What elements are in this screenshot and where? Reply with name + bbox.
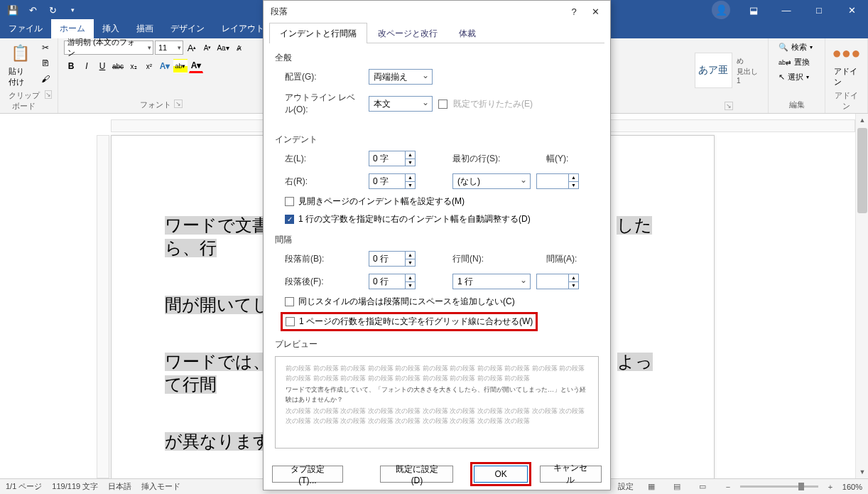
zoom-level[interactable]: 160%: [842, 483, 862, 491]
no-space-same-style-label: 同じスタイルの場合は段落間にスペースを追加しない(C): [298, 296, 515, 308]
tab-file[interactable]: ファイル: [0, 19, 51, 38]
scroll-up-icon[interactable]: ▲: [856, 114, 868, 127]
subscript-button[interactable]: x₂: [126, 59, 141, 73]
save-icon[interactable]: 💾: [4, 1, 21, 18]
tabs-button[interactable]: タブ設定(T)...: [272, 466, 343, 483]
change-case-icon[interactable]: Aa▾: [216, 41, 230, 55]
grow-font-icon[interactable]: A▴: [185, 41, 199, 55]
status-track[interactable]: 設定: [618, 481, 634, 492]
set-default-button[interactable]: 既定に設定(D): [380, 466, 453, 483]
clipboard-dialog-launcher-icon[interactable]: ↘: [45, 90, 52, 99]
cancel-button[interactable]: キャンセル: [540, 466, 602, 483]
replace-button[interactable]: ab⇄置換: [774, 55, 814, 69]
maximize-icon[interactable]: □: [803, 0, 835, 20]
tab-home[interactable]: ホーム: [51, 19, 94, 38]
doc-line-3: ワードでは、: [165, 353, 270, 371]
view-read-icon[interactable]: ▦: [644, 479, 659, 495]
style-label-2: 見出し 1: [737, 67, 762, 85]
scroll-thumb[interactable]: [857, 128, 867, 213]
shrink-font-icon[interactable]: A▾: [200, 41, 215, 55]
window-buttons: ⬓ — □ ✕: [737, 0, 868, 20]
outline-label: アウトライン レベル(O):: [285, 92, 363, 116]
user-avatar[interactable]: 👤: [712, 1, 730, 19]
no-space-same-style-checkbox[interactable]: [285, 297, 294, 306]
alignment-select[interactable]: 両端揃え: [369, 69, 433, 85]
redo-icon[interactable]: ↻: [44, 1, 61, 18]
vertical-ruler[interactable]: [97, 135, 109, 478]
indent-left-spinner[interactable]: 0 字▲▼: [369, 151, 416, 166]
doc-line-1: ワードで文書: [165, 216, 269, 235]
dlg-tab-page[interactable]: 改ページと改行: [367, 23, 448, 43]
scroll-down-icon[interactable]: ▼: [856, 466, 868, 478]
addin-button[interactable]: ●●● アドイン: [831, 41, 862, 89]
zoom-control: − + 160%: [720, 479, 862, 495]
style-item[interactable]: あア亜: [695, 53, 732, 88]
undo-icon[interactable]: ↶: [24, 1, 41, 18]
find-button[interactable]: 🔍検索▾: [774, 41, 817, 54]
highlight-icon[interactable]: ab▾: [173, 59, 188, 73]
after-spinner[interactable]: 0 行▲▼: [369, 274, 416, 289]
dialog-close-icon[interactable]: ✕: [585, 1, 606, 21]
ribbon-options-icon[interactable]: ⬓: [737, 0, 770, 20]
italic-button[interactable]: I: [80, 59, 94, 73]
paste-label: 貼り付け: [9, 66, 31, 87]
status-page[interactable]: 1/1 ページ: [6, 481, 42, 492]
snap-to-grid-highlight: 1 ページの行数を指定時に文字を行グリッド線に合わせる(W): [281, 312, 538, 331]
font-name-combo[interactable]: 游明朝 (本文のフォン: [64, 41, 153, 55]
zoom-in-icon[interactable]: +: [823, 479, 838, 495]
clear-format-icon[interactable]: A̷: [232, 41, 246, 55]
status-words[interactable]: 119/119 文字: [52, 481, 98, 492]
underline-button[interactable]: U: [95, 59, 109, 73]
line-spacing-select[interactable]: 1 行: [452, 274, 531, 289]
dialog-help-icon[interactable]: ?: [563, 1, 585, 21]
at-spinner[interactable]: ▲▼: [536, 274, 579, 289]
select-button[interactable]: ↖選択▾: [774, 70, 813, 84]
indent-left-label: 左(L):: [285, 153, 363, 165]
bold-button[interactable]: B: [64, 59, 78, 73]
cut-icon[interactable]: ✂: [38, 41, 53, 55]
view-web-icon[interactable]: ▭: [695, 479, 710, 495]
view-print-icon[interactable]: ▤: [669, 479, 685, 495]
mirror-indent-checkbox[interactable]: [285, 197, 294, 206]
copy-icon[interactable]: 🖹: [38, 56, 53, 70]
zoom-slider[interactable]: [740, 485, 818, 488]
minimize-icon[interactable]: —: [770, 0, 803, 20]
doc-line-4: が異なります: [165, 432, 271, 451]
styles-dialog-launcher-icon[interactable]: ↘: [725, 102, 733, 110]
dlg-tab-asian[interactable]: 体裁: [448, 23, 487, 43]
status-language[interactable]: 日本語: [108, 481, 131, 492]
tab-design[interactable]: デザイン: [162, 19, 213, 38]
paste-button[interactable]: 📋 貼り付け: [6, 41, 34, 89]
ok-button[interactable]: OK: [474, 466, 527, 483]
zoom-out-icon[interactable]: −: [720, 479, 736, 495]
font-size-combo[interactable]: 11: [155, 41, 183, 55]
outline-select[interactable]: 本文: [369, 96, 433, 112]
format-painter-icon[interactable]: 🖌: [38, 72, 53, 86]
section-general: 全般: [275, 52, 599, 64]
dlg-tab-indent[interactable]: インデントと行間隔: [269, 23, 367, 43]
before-label: 段落前(B):: [285, 253, 363, 265]
qat-customize-icon[interactable]: ▾: [64, 1, 81, 18]
tab-draw[interactable]: 描画: [128, 19, 162, 38]
text-effects-icon[interactable]: A▾: [158, 59, 172, 73]
line-spacing-label: 行間(N):: [452, 253, 506, 265]
vertical-scrollbar[interactable]: ▲ ▼: [855, 114, 868, 478]
close-window-icon[interactable]: ✕: [835, 0, 868, 20]
indent-right-spinner[interactable]: 0 字▲▼: [369, 173, 416, 189]
quick-access-toolbar: 💾 ↶ ↻ ▾: [0, 1, 85, 18]
strikethrough-button[interactable]: abc: [111, 59, 125, 73]
font-dialog-launcher-icon[interactable]: ↘: [174, 100, 183, 108]
dialog-title: 段落: [271, 6, 288, 18]
snap-to-grid-checkbox[interactable]: [286, 317, 295, 326]
preview-box: 前の段落 前の段落 前の段落 前の段落 前の段落 前の段落 前の段落 前の段落 …: [275, 356, 599, 449]
font-color-icon[interactable]: A▾: [189, 59, 203, 73]
by-spinner[interactable]: ▲▼: [536, 173, 579, 189]
tab-insert[interactable]: 挿入: [94, 19, 128, 38]
before-spinner[interactable]: 0 行▲▼: [369, 251, 416, 267]
firstline-select[interactable]: (なし): [452, 173, 531, 189]
section-indent: インデント: [275, 134, 599, 146]
status-insert-mode[interactable]: 挿入モード: [141, 481, 180, 492]
addin-icon: ●●●: [835, 42, 858, 65]
superscript-button[interactable]: x²: [142, 59, 156, 73]
auto-adjust-checkbox[interactable]: ✓: [285, 215, 294, 224]
